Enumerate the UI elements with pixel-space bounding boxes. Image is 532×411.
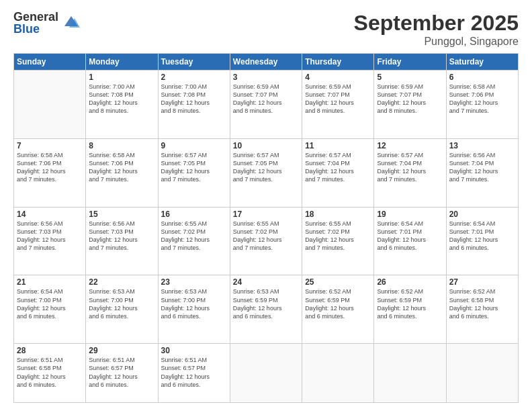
- header: General Blue September 2025 Punggol, Sin…: [13, 11, 519, 48]
- day-number: 13: [449, 141, 515, 150]
- day-info: Sunrise: 6:55 AM Sunset: 7:02 PM Dayligh…: [161, 220, 227, 253]
- header-saturday: Saturday: [446, 54, 518, 71]
- table-row: 18Sunrise: 6:55 AM Sunset: 7:02 PM Dayli…: [302, 207, 374, 275]
- table-row: [302, 344, 374, 403]
- logo-blue: Blue: [13, 23, 58, 35]
- day-info: Sunrise: 6:59 AM Sunset: 7:07 PM Dayligh…: [377, 83, 443, 116]
- page: General Blue September 2025 Punggol, Sin…: [0, 0, 532, 411]
- day-info: Sunrise: 6:54 AM Sunset: 7:01 PM Dayligh…: [377, 220, 443, 253]
- day-info: Sunrise: 6:53 AM Sunset: 6:59 PM Dayligh…: [233, 287, 299, 320]
- day-info: Sunrise: 7:00 AM Sunset: 7:08 PM Dayligh…: [89, 83, 154, 116]
- table-row: 6Sunrise: 6:58 AM Sunset: 7:06 PM Daylig…: [446, 71, 518, 139]
- table-row: 23Sunrise: 6:53 AM Sunset: 7:00 PM Dayli…: [158, 275, 230, 344]
- day-info: Sunrise: 7:00 AM Sunset: 7:08 PM Dayligh…: [161, 83, 227, 116]
- day-info: Sunrise: 6:58 AM Sunset: 7:06 PM Dayligh…: [449, 83, 515, 116]
- logo-icon: [61, 13, 81, 33]
- day-info: Sunrise: 6:57 AM Sunset: 7:05 PM Dayligh…: [233, 151, 299, 184]
- table-row: 30Sunrise: 6:51 AM Sunset: 6:57 PM Dayli…: [158, 344, 230, 403]
- day-info: Sunrise: 6:55 AM Sunset: 7:02 PM Dayligh…: [305, 220, 371, 253]
- day-info: Sunrise: 6:51 AM Sunset: 6:58 PM Dayligh…: [17, 356, 83, 389]
- table-row: 10Sunrise: 6:57 AM Sunset: 7:05 PM Dayli…: [230, 138, 302, 207]
- table-row: [14, 71, 86, 139]
- table-row: 14Sunrise: 6:56 AM Sunset: 7:03 PM Dayli…: [14, 207, 86, 275]
- day-number: 28: [17, 346, 83, 355]
- table-row: [446, 344, 518, 403]
- day-number: 11: [305, 141, 371, 150]
- day-info: Sunrise: 6:56 AM Sunset: 7:04 PM Dayligh…: [449, 151, 515, 184]
- day-info: Sunrise: 6:51 AM Sunset: 6:57 PM Dayligh…: [161, 356, 227, 389]
- table-row: 16Sunrise: 6:55 AM Sunset: 7:02 PM Dayli…: [158, 207, 230, 275]
- day-number: 27: [449, 277, 515, 287]
- day-info: Sunrise: 6:51 AM Sunset: 6:57 PM Dayligh…: [89, 356, 154, 389]
- day-number: 23: [161, 277, 227, 287]
- header-tuesday: Tuesday: [158, 54, 230, 71]
- table-row: [374, 344, 446, 403]
- table-row: 29Sunrise: 6:51 AM Sunset: 6:57 PM Dayli…: [86, 344, 158, 403]
- logo: General Blue: [13, 11, 81, 35]
- table-row: 27Sunrise: 6:52 AM Sunset: 6:58 PM Dayli…: [446, 275, 518, 344]
- table-row: 7Sunrise: 6:58 AM Sunset: 7:06 PM Daylig…: [14, 138, 86, 207]
- day-number: 7: [17, 141, 83, 150]
- table-row: [230, 344, 302, 403]
- day-number: 2: [161, 73, 227, 82]
- table-row: 17Sunrise: 6:55 AM Sunset: 7:02 PM Dayli…: [230, 207, 302, 275]
- logo-text: General Blue: [13, 11, 58, 35]
- day-number: 15: [89, 210, 154, 219]
- day-number: 21: [17, 277, 83, 287]
- day-number: 16: [161, 210, 227, 219]
- header-wednesday: Wednesday: [230, 54, 302, 71]
- day-number: 6: [449, 73, 515, 82]
- table-row: 24Sunrise: 6:53 AM Sunset: 6:59 PM Dayli…: [230, 275, 302, 344]
- day-number: 8: [89, 141, 154, 150]
- day-number: 26: [377, 277, 443, 287]
- header-sunday: Sunday: [14, 54, 86, 71]
- logo-general: General: [13, 11, 58, 23]
- day-info: Sunrise: 6:54 AM Sunset: 7:00 PM Dayligh…: [17, 287, 83, 320]
- day-info: Sunrise: 6:52 AM Sunset: 6:59 PM Dayligh…: [305, 287, 371, 320]
- header-friday: Friday: [374, 54, 446, 71]
- table-row: 28Sunrise: 6:51 AM Sunset: 6:58 PM Dayli…: [14, 344, 86, 403]
- day-info: Sunrise: 6:55 AM Sunset: 7:02 PM Dayligh…: [233, 220, 299, 253]
- table-row: 4Sunrise: 6:59 AM Sunset: 7:07 PM Daylig…: [302, 71, 374, 139]
- table-row: 11Sunrise: 6:57 AM Sunset: 7:04 PM Dayli…: [302, 138, 374, 207]
- table-row: 12Sunrise: 6:57 AM Sunset: 7:04 PM Dayli…: [374, 138, 446, 207]
- table-row: 25Sunrise: 6:52 AM Sunset: 6:59 PM Dayli…: [302, 275, 374, 344]
- day-info: Sunrise: 6:58 AM Sunset: 7:06 PM Dayligh…: [17, 151, 83, 184]
- day-info: Sunrise: 6:56 AM Sunset: 7:03 PM Dayligh…: [17, 220, 83, 253]
- day-number: 19: [377, 210, 443, 219]
- day-number: 1: [89, 73, 154, 82]
- table-row: 5Sunrise: 6:59 AM Sunset: 7:07 PM Daylig…: [374, 71, 446, 139]
- day-info: Sunrise: 6:57 AM Sunset: 7:04 PM Dayligh…: [377, 151, 443, 184]
- day-info: Sunrise: 6:53 AM Sunset: 7:00 PM Dayligh…: [161, 287, 227, 320]
- table-row: 9Sunrise: 6:57 AM Sunset: 7:05 PM Daylig…: [158, 138, 230, 207]
- table-row: 8Sunrise: 6:58 AM Sunset: 7:06 PM Daylig…: [86, 138, 158, 207]
- day-info: Sunrise: 6:58 AM Sunset: 7:06 PM Dayligh…: [89, 151, 154, 184]
- day-number: 14: [17, 210, 83, 219]
- day-number: 18: [305, 210, 371, 219]
- day-number: 5: [377, 73, 443, 82]
- header-thursday: Thursday: [302, 54, 374, 71]
- day-info: Sunrise: 6:59 AM Sunset: 7:07 PM Dayligh…: [305, 83, 371, 116]
- day-info: Sunrise: 6:52 AM Sunset: 6:58 PM Dayligh…: [449, 287, 515, 320]
- day-number: 9: [161, 141, 227, 150]
- table-row: 15Sunrise: 6:56 AM Sunset: 7:03 PM Dayli…: [86, 207, 158, 275]
- table-row: 22Sunrise: 6:53 AM Sunset: 7:00 PM Dayli…: [86, 275, 158, 344]
- day-number: 30: [161, 346, 227, 355]
- table-row: 2Sunrise: 7:00 AM Sunset: 7:08 PM Daylig…: [158, 71, 230, 139]
- day-number: 24: [233, 277, 299, 287]
- table-row: 1Sunrise: 7:00 AM Sunset: 7:08 PM Daylig…: [86, 71, 158, 139]
- day-info: Sunrise: 6:54 AM Sunset: 7:01 PM Dayligh…: [449, 220, 515, 253]
- day-number: 10: [233, 141, 299, 150]
- day-number: 20: [449, 210, 515, 219]
- header-monday: Monday: [86, 54, 158, 71]
- title-container: September 2025 Punggol, Singapore: [354, 11, 519, 48]
- table-row: 21Sunrise: 6:54 AM Sunset: 7:00 PM Dayli…: [14, 275, 86, 344]
- day-number: 17: [233, 210, 299, 219]
- table-row: 20Sunrise: 6:54 AM Sunset: 7:01 PM Dayli…: [446, 207, 518, 275]
- calendar-table: Sunday Monday Tuesday Wednesday Thursday…: [13, 53, 519, 403]
- day-info: Sunrise: 6:53 AM Sunset: 7:00 PM Dayligh…: [89, 287, 154, 320]
- day-number: 22: [89, 277, 154, 287]
- day-info: Sunrise: 6:56 AM Sunset: 7:03 PM Dayligh…: [89, 220, 154, 253]
- location-title: Punggol, Singapore: [354, 36, 519, 48]
- month-title: September 2025: [354, 11, 519, 36]
